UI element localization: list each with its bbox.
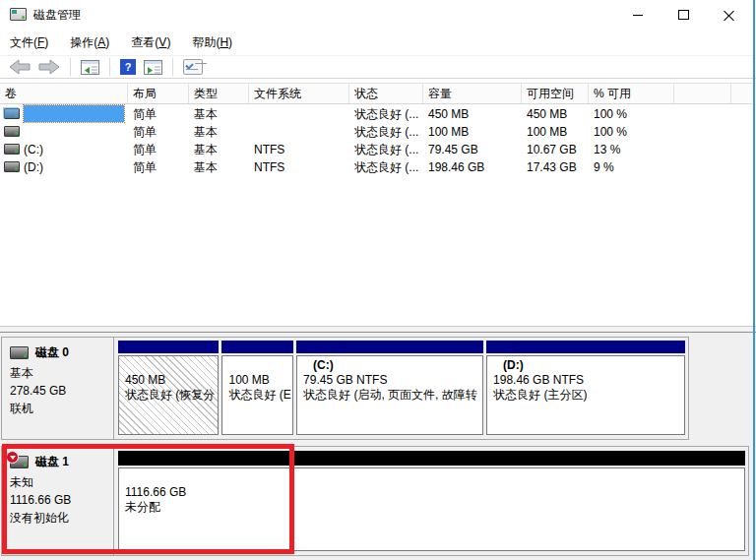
column-header-状态[interactable]: 状态 xyxy=(349,84,423,103)
volume-fs-cell: NTFS xyxy=(254,158,348,176)
column-header-布局[interactable]: 布局 xyxy=(128,84,189,103)
volume-free-cell: 10.67 GB xyxy=(527,141,588,158)
disk-title: 磁盘 0 xyxy=(10,345,113,360)
forward-button[interactable] xyxy=(36,58,62,76)
partition-box: 450 MB状态良好 (恢复分 xyxy=(118,355,219,435)
volume-name-cell: (D:) xyxy=(24,158,126,176)
partition-strip: 450 MB状态良好 (恢复分100 MB状态良好 (E(C:)79.45 GB… xyxy=(115,338,688,439)
menu-item-label: 操作( xyxy=(70,35,97,49)
partition-color-bar xyxy=(118,341,219,353)
partition[interactable]: (C:)79.45 GB NTFS状态良好 (启动, 页面文件, 故障转 xyxy=(296,341,483,435)
disk-info-line: 基本 xyxy=(10,364,113,382)
menu-item-h[interactable]: 帮助(H) xyxy=(192,34,232,51)
action-pane-icon xyxy=(144,60,162,75)
volume-capacity-cell: 198.46 GB xyxy=(428,158,521,176)
partition[interactable]: (D:)198.46 GB NTFS状态良好 (主分区) xyxy=(486,341,685,435)
disk-error-badge xyxy=(6,451,19,464)
partition-status: 状态良好 (恢复分 xyxy=(125,388,218,403)
volume-status-cell: 状态良好 (... xyxy=(354,105,422,123)
menu-item-v[interactable]: 查看(V) xyxy=(131,34,170,51)
help-button[interactable]: ? xyxy=(118,58,138,76)
volume-fs-cell xyxy=(254,105,348,123)
partition-color-bar xyxy=(486,341,685,353)
partition-status: 状态良好 (启动, 页面文件, 故障转 xyxy=(303,388,482,403)
graphical-view-pane: 磁盘 0基本278.45 GB联机450 MB状态良好 (恢复分100 MB状态… xyxy=(0,333,756,560)
table-row[interactable]: 简单基本状态良好 (...100 MB100 MB100 % xyxy=(0,123,752,141)
console-tree-icon xyxy=(81,60,99,75)
volume-icon-selection-overlay xyxy=(3,107,19,118)
menu-item-f[interactable]: 文件(F) xyxy=(10,34,48,51)
pane-splitter[interactable] xyxy=(0,326,756,333)
maximize-icon xyxy=(678,10,689,20)
title-bar[interactable]: 磁盘管理 xyxy=(0,0,756,30)
volume-pct-cell: 13 % xyxy=(594,141,673,158)
volume-icon xyxy=(4,144,20,157)
partition-status: 状态良好 (主分区) xyxy=(493,388,684,403)
partition[interactable]: 450 MB状态良好 (恢复分 xyxy=(118,341,219,435)
partition-label xyxy=(125,470,744,485)
close-button[interactable] xyxy=(706,0,751,30)
console-tree-button[interactable] xyxy=(79,59,101,76)
volume-name-cell: (C:) xyxy=(24,141,126,158)
partition-size: 198.46 GB NTFS xyxy=(493,373,684,388)
volume-free-cell: 100 MB xyxy=(527,123,588,141)
partition-box: (D:)198.46 GB NTFS状态良好 (主分区) xyxy=(486,355,685,435)
back-button[interactable] xyxy=(7,58,32,76)
partition-size: 1116.66 GB xyxy=(125,485,744,500)
volume-status-cell: 状态良好 (... xyxy=(354,141,422,158)
properties-button[interactable] xyxy=(181,58,205,76)
menu-item-label: 文件( xyxy=(10,35,37,49)
disk-info-line: 没有初始化 xyxy=(10,509,113,527)
table-row[interactable]: 简单基本状态良好 (...450 MB450 MB100 % xyxy=(0,105,752,123)
volume-fs-cell: NTFS xyxy=(254,141,348,158)
disk-info-line: 1116.66 GB xyxy=(10,491,113,509)
column-header-文件系统[interactable]: 文件系统 xyxy=(249,84,349,103)
toolbar-separator xyxy=(109,58,110,76)
partition-box: 100 MB状态良好 (E xyxy=(221,355,293,435)
column-header-类型[interactable]: 类型 xyxy=(189,84,249,103)
menu-item-label: 帮助( xyxy=(192,35,220,49)
app-icon xyxy=(10,8,27,21)
volume-layout-cell: 简单 xyxy=(133,141,188,158)
volume-capacity-cell: 100 MB xyxy=(428,123,521,141)
partition[interactable]: 100 MB状态良好 (E xyxy=(221,341,293,435)
window-accent-border xyxy=(753,0,755,560)
partition-size: 100 MB xyxy=(228,373,292,388)
menu-item-a[interactable]: 操作(A) xyxy=(70,34,109,51)
toolbar: ? xyxy=(0,55,756,79)
volume-type-cell: 基本 xyxy=(194,123,248,141)
partition-label xyxy=(228,358,292,373)
toolbar-separator xyxy=(70,58,71,76)
minimize-icon xyxy=(633,15,643,16)
column-header-blank[interactable] xyxy=(674,84,731,103)
column-header-% 可用[interactable]: % 可用 xyxy=(589,84,674,103)
minimize-button[interactable] xyxy=(615,0,661,30)
column-header-卷[interactable]: 卷 xyxy=(0,84,128,103)
column-header-容量[interactable]: 容量 xyxy=(423,84,522,103)
disk-header-0[interactable]: 磁盘 0基本278.45 GB联机 xyxy=(2,338,114,439)
volume-pct-cell: 100 % xyxy=(594,105,673,123)
volume-name-cell xyxy=(24,105,126,123)
table-row[interactable]: (C:)简单基本NTFS状态良好 (...79.45 GB10.67 GB13 … xyxy=(0,141,752,158)
volume-layout-cell: 简单 xyxy=(133,158,188,176)
action-pane-button[interactable] xyxy=(142,59,164,76)
column-header-可用空间[interactable]: 可用空间 xyxy=(522,84,589,103)
volume-layout-cell: 简单 xyxy=(133,123,188,141)
disk-header-1[interactable]: 磁盘 1未知1116.66 GB没有初始化 xyxy=(2,447,114,555)
volume-capacity-cell: 79.45 GB xyxy=(428,141,521,158)
table-row[interactable]: (D:)简单基本NTFS状态良好 (...198.46 GB17.43 GB9 … xyxy=(0,158,752,176)
volume-capacity-cell: 450 MB xyxy=(428,105,521,123)
disk-info-line: 278.45 GB xyxy=(10,382,113,400)
close-icon xyxy=(724,10,734,21)
partition-color-bar xyxy=(221,341,293,353)
partition-label: (C:) xyxy=(303,358,482,373)
volume-free-cell: 450 MB xyxy=(527,105,588,123)
volume-pct-cell: 100 % xyxy=(594,123,673,141)
maximize-button[interactable] xyxy=(661,0,706,30)
partition-strip: 1116.66 GB未分配 xyxy=(115,447,748,555)
partition-size: 79.45 GB NTFS xyxy=(303,373,482,388)
partition[interactable]: 1116.66 GB未分配 xyxy=(118,451,745,551)
disk-management-window: 磁盘管理 文件(F)操作(A)查看(V)帮助(H) ? 卷布局类型文件系统状态容… xyxy=(0,0,756,560)
partition-status: 状态良好 (E xyxy=(228,388,292,403)
partition-box: 1116.66 GB未分配 xyxy=(118,467,745,551)
